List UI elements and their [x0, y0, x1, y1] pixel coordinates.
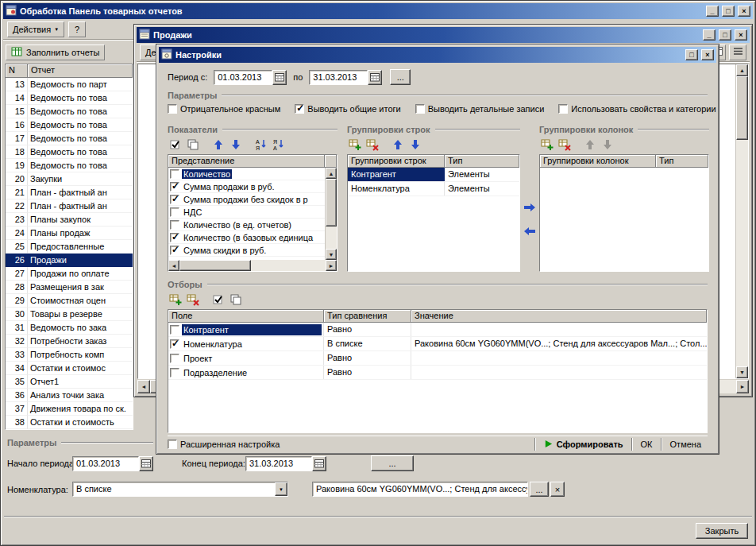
uncheck-all-icon[interactable] [185, 137, 201, 153]
checkbox-icon[interactable] [168, 104, 177, 114]
chevron-down-icon[interactable]: ▼ [275, 482, 287, 496]
checkbox-icon[interactable] [170, 233, 179, 242]
delete-row-icon[interactable] [185, 292, 201, 308]
scroll-down-icon[interactable]: ▼ [736, 366, 748, 378]
period-from-input[interactable]: 01.03.2013 [214, 70, 272, 85]
checkbox-icon[interactable] [170, 368, 179, 378]
move-left-button[interactable] [521, 224, 538, 238]
report-row[interactable]: 28 Размещения в зак [6, 281, 133, 294]
vertical-scrollbar[interactable]: ▲ ▼ [325, 168, 337, 260]
minimize-icon[interactable]: _ [703, 29, 716, 41]
checkbox-icon[interactable] [558, 104, 568, 114]
column-header-report[interactable]: Отчет [28, 64, 133, 78]
nomenclature-value-field[interactable]: Раковина 60см YG060YMM(VO...; Стенд для … [312, 482, 528, 497]
indicator-row[interactable]: Сумма скидки в руб. [168, 244, 325, 257]
column-header-comparison[interactable]: Тип сравнения [324, 310, 411, 323]
report-row[interactable]: 34 Остатки и стоимос [6, 362, 133, 375]
column-header-type[interactable]: Тип [656, 155, 708, 168]
column-header-value[interactable]: Значение [411, 310, 707, 323]
delete-row-icon[interactable] [364, 137, 380, 153]
column-header-field[interactable]: Поле [168, 310, 324, 323]
scroll-thumb[interactable] [179, 260, 251, 271]
move-up-icon[interactable] [582, 137, 598, 153]
report-row[interactable]: 35 Отчет1 [6, 375, 133, 389]
list-view-button[interactable] [729, 45, 746, 60]
checkbox-icon[interactable] [170, 169, 179, 179]
period-start-input[interactable]: 01.03.2013 [72, 456, 139, 471]
close-icon[interactable]: × [701, 49, 714, 60]
checkbox-icon[interactable] [170, 220, 179, 230]
indicator-row[interactable]: Сумма продажи в руб. [168, 180, 325, 193]
indicator-row[interactable]: Количество [168, 168, 325, 180]
cancel-button[interactable]: Отмена [664, 436, 708, 452]
filter-row[interactable]: Проект Равно [168, 351, 707, 366]
report-row[interactable]: 31 Ведомость по зака [6, 321, 133, 335]
indicator-row[interactable]: Количество (в базовых единица [168, 231, 325, 244]
period-end-input[interactable]: 31.03.2013 [245, 456, 312, 471]
period-more-button[interactable]: ... [390, 69, 411, 85]
column-header-groupings[interactable]: Группировки строк [348, 155, 445, 168]
filter-row[interactable]: Подразделение Равно [168, 366, 707, 380]
maximize-icon[interactable]: □ [719, 29, 731, 41]
report-row[interactable]: 37 Движения товара по ск. [6, 402, 133, 416]
nomenclature-mode-select[interactable]: В списке ▼ [72, 482, 288, 497]
maximize-icon[interactable]: □ [722, 6, 735, 17]
scroll-right-icon[interactable]: ► [736, 380, 749, 393]
checkbox-icon[interactable] [295, 104, 304, 114]
report-row[interactable]: 21 План - фактный ан [6, 186, 133, 199]
close-icon[interactable]: × [735, 29, 747, 41]
checkbox-icon[interactable] [170, 207, 179, 217]
report-row[interactable]: 27 Продажи по оплате [6, 267, 133, 281]
report-row[interactable]: 32 Потребности заказ [6, 335, 133, 348]
report-row[interactable]: 15 Ведомость по това [6, 105, 133, 118]
checkbox-icon[interactable] [170, 325, 179, 335]
report-row[interactable]: 38 Остатки и стоимость [6, 416, 133, 429]
horizontal-scrollbar[interactable]: ◄ ► [168, 260, 337, 271]
checkbox-icon[interactable] [168, 440, 177, 449]
actions-menu-button[interactable]: Действия ▼ [7, 21, 64, 37]
scroll-left-icon[interactable]: ◄ [168, 260, 179, 271]
nomenclature-clear-button[interactable]: × [550, 482, 565, 497]
maximize-icon[interactable]: □ [685, 49, 698, 60]
report-row[interactable]: 25 Предоставленные [6, 240, 133, 254]
sort-desc-icon[interactable]: ЯА [271, 137, 287, 153]
minimize-icon[interactable]: _ [706, 6, 719, 17]
column-header-type[interactable]: Тип [445, 155, 519, 168]
checkbox-icon[interactable] [170, 339, 179, 349]
scroll-up-icon[interactable]: ▲ [326, 168, 337, 179]
move-right-button[interactable] [521, 200, 538, 215]
add-row-icon[interactable] [168, 292, 183, 308]
close-icon[interactable]: × [738, 6, 750, 17]
report-row[interactable]: 23 Планы закупок [6, 213, 133, 227]
move-up-icon[interactable] [210, 137, 226, 153]
filter-row[interactable]: Номенклатура В списке Раковина 60см YG06… [168, 337, 707, 351]
row-group-row[interactable]: Контрагент Элементы [348, 168, 519, 182]
uncheck-all-icon[interactable] [228, 292, 244, 308]
row-group-row[interactable]: Номенклатура Элементы [348, 182, 519, 196]
report-row[interactable]: 26 Продажи [6, 254, 133, 267]
close-form-button[interactable]: Закрыть [696, 523, 748, 539]
scroll-thumb[interactable] [326, 179, 337, 227]
advanced-settings-checkbox[interactable]: Расширенная настройка [168, 440, 280, 449]
report-row[interactable]: 19 Ведомость по това [6, 159, 133, 172]
checkbox-icon[interactable] [170, 195, 179, 204]
calendar-icon[interactable] [368, 70, 382, 85]
scroll-thumb[interactable] [736, 76, 748, 140]
report-row[interactable]: 22 План - фактный ан [6, 199, 133, 213]
column-header-n[interactable]: N [6, 64, 28, 78]
generate-button[interactable]: Сформировать [538, 436, 630, 452]
report-row[interactable]: 29 Стоимостная оцен [6, 294, 133, 308]
calendar-icon[interactable] [272, 70, 287, 85]
report-row[interactable]: 20 Закупки [6, 172, 133, 186]
move-down-icon[interactable] [600, 137, 615, 153]
scroll-left-icon[interactable]: ◄ [137, 380, 150, 393]
scroll-down-icon[interactable]: ▼ [326, 249, 337, 260]
checkbox-icon[interactable] [170, 246, 179, 255]
check-all-icon[interactable] [210, 292, 226, 308]
nomenclature-pick-button[interactable]: ... [530, 482, 549, 497]
add-row-icon[interactable] [539, 137, 555, 153]
report-row[interactable]: 36 Анализ точки зака [6, 389, 133, 402]
delete-row-icon[interactable] [557, 137, 573, 153]
scroll-up-icon[interactable]: ▲ [736, 64, 748, 76]
move-up-icon[interactable] [390, 137, 406, 153]
